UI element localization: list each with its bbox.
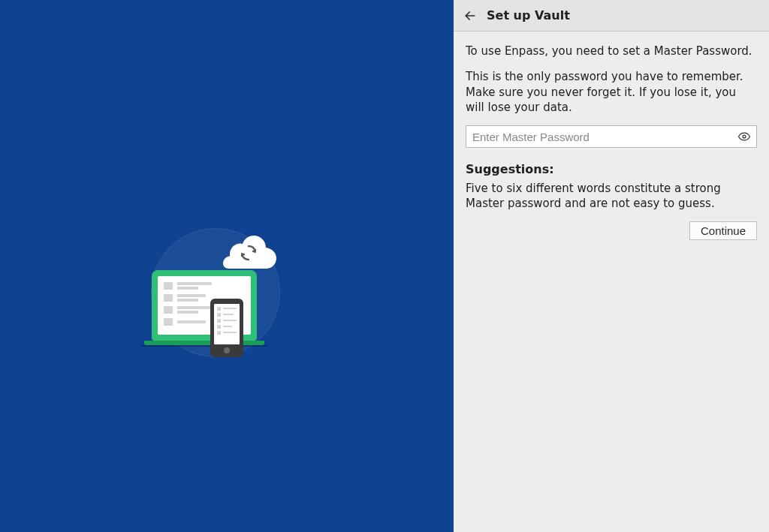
titlebar: Set up Vault [454, 0, 769, 32]
setup-panel: Set up Vault To use Enpass, you need to … [454, 0, 769, 532]
suggestions-heading: Suggestions: [466, 161, 757, 178]
intro-paragraph-1: To use Enpass, you need to set a Master … [466, 44, 757, 59]
cloud-sync-icon [219, 231, 278, 269]
suggestions-body: Five to six different words constitute a… [466, 181, 757, 212]
hero-panel [0, 0, 454, 532]
reveal-password-button[interactable] [737, 130, 751, 143]
svg-point-0 [743, 135, 746, 138]
laptop-graphic [144, 270, 264, 345]
password-field-wrap [466, 125, 757, 148]
page-title: Set up Vault [487, 8, 570, 23]
arrow-left-icon [463, 8, 478, 23]
back-button[interactable] [461, 7, 479, 25]
app-root: Set up Vault To use Enpass, you need to … [0, 0, 769, 532]
hero-illustration [144, 218, 309, 383]
eye-icon [737, 130, 751, 143]
continue-button[interactable]: Continue [689, 221, 757, 240]
master-password-input[interactable] [466, 125, 757, 148]
content-area: To use Enpass, you need to set a Master … [454, 32, 769, 240]
intro-paragraph-2: This is the only password you have to re… [466, 69, 757, 115]
button-row: Continue [466, 221, 757, 240]
phone-graphic [210, 299, 243, 357]
